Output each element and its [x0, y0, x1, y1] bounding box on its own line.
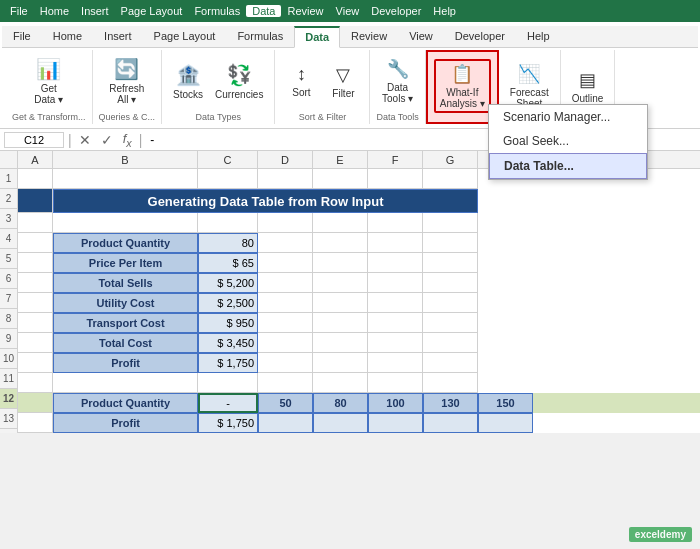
cell-12f-100[interactable]: 100 — [368, 393, 423, 413]
cell-7d[interactable] — [258, 293, 313, 313]
cell-4c-value[interactable]: 80 — [198, 233, 258, 253]
cell-11a[interactable] — [18, 373, 53, 393]
cell-6d[interactable] — [258, 273, 313, 293]
cell-13e[interactable] — [313, 413, 368, 433]
cell-12b-product-qty[interactable]: Product Quantity — [53, 393, 198, 413]
name-box[interactable] — [4, 132, 64, 148]
cancel-formula-button[interactable]: ✕ — [76, 132, 94, 148]
sort-button[interactable]: ↕ Sort — [281, 54, 321, 108]
cell-4d[interactable] — [258, 233, 313, 253]
cell-8f[interactable] — [368, 313, 423, 333]
cell-11b[interactable] — [53, 373, 198, 393]
tab-page-layout[interactable]: Page Layout — [143, 26, 227, 47]
menu-developer[interactable]: Developer — [365, 5, 427, 17]
menu-formulas[interactable]: Formulas — [188, 5, 246, 17]
cell-1g[interactable] — [423, 169, 478, 189]
menu-review[interactable]: Review — [281, 5, 329, 17]
get-data-button[interactable]: 📊 GetData ▾ — [29, 54, 69, 108]
menu-file[interactable]: File — [4, 5, 34, 17]
cell-2title[interactable]: Generating Data Table from Row Input — [53, 189, 478, 213]
tab-insert[interactable]: Insert — [93, 26, 143, 47]
cell-9a[interactable] — [18, 333, 53, 353]
menu-help[interactable]: Help — [427, 5, 462, 17]
cell-10c-value[interactable]: $ 1,750 — [198, 353, 258, 373]
cell-5e[interactable] — [313, 253, 368, 273]
cell-10b-label[interactable]: Profit — [53, 353, 198, 373]
cell-4f[interactable] — [368, 233, 423, 253]
menu-insert[interactable]: Insert — [75, 5, 115, 17]
cell-12d-50[interactable]: 50 — [258, 393, 313, 413]
cell-6g[interactable] — [423, 273, 478, 293]
data-tools-button[interactable]: 🔧 DataTools ▾ — [377, 54, 418, 108]
cell-5b-label[interactable]: Price Per Item — [53, 253, 198, 273]
cell-13d[interactable] — [258, 413, 313, 433]
cell-7g[interactable] — [423, 293, 478, 313]
tab-view[interactable]: View — [398, 26, 444, 47]
tab-file[interactable]: File — [2, 26, 42, 47]
cell-1d[interactable] — [258, 169, 313, 189]
cell-7c-value[interactable]: $ 2,500 — [198, 293, 258, 313]
scenario-manager-item[interactable]: Scenario Manager... — [489, 105, 647, 129]
cell-4g[interactable] — [423, 233, 478, 253]
cell-7f[interactable] — [368, 293, 423, 313]
tab-help[interactable]: Help — [516, 26, 561, 47]
cell-11f[interactable] — [368, 373, 423, 393]
cell-13a[interactable] — [18, 413, 53, 433]
cell-7a[interactable] — [18, 293, 53, 313]
cell-7b-label[interactable]: Utility Cost — [53, 293, 198, 313]
cell-1a[interactable] — [18, 169, 53, 189]
refresh-all-button[interactable]: 🔄 RefreshAll ▾ — [104, 54, 149, 108]
cell-6b-label[interactable]: Total Sells — [53, 273, 198, 293]
tab-developer[interactable]: Developer — [444, 26, 516, 47]
cell-8e[interactable] — [313, 313, 368, 333]
menu-view[interactable]: View — [330, 5, 366, 17]
tab-home[interactable]: Home — [42, 26, 93, 47]
cell-12e-80[interactable]: 80 — [313, 393, 368, 413]
tab-review[interactable]: Review — [340, 26, 398, 47]
data-table-item[interactable]: Data Table... — [489, 153, 647, 179]
cell-10e[interactable] — [313, 353, 368, 373]
cell-10d[interactable] — [258, 353, 313, 373]
cell-4b-label[interactable]: Product Quantity — [53, 233, 198, 253]
cell-1b[interactable] — [53, 169, 198, 189]
cell-5c-value[interactable]: $ 65 — [198, 253, 258, 273]
cell-3f[interactable] — [368, 213, 423, 233]
cell-3b[interactable] — [53, 213, 198, 233]
tab-formulas[interactable]: Formulas — [226, 26, 294, 47]
goal-seek-item[interactable]: Goal Seek... — [489, 129, 647, 153]
cell-9e[interactable] — [313, 333, 368, 353]
cell-8g[interactable] — [423, 313, 478, 333]
menu-home[interactable]: Home — [34, 5, 75, 17]
cell-4e[interactable] — [313, 233, 368, 253]
cell-13g[interactable] — [423, 413, 478, 433]
cell-12c-selected[interactable]: - — [198, 393, 258, 413]
menu-data[interactable]: Data — [246, 5, 281, 17]
cell-8c-value[interactable]: $ 950 — [198, 313, 258, 333]
insert-function-button[interactable]: fx — [120, 131, 135, 149]
tab-data[interactable]: Data — [294, 26, 340, 48]
cell-3a[interactable] — [18, 213, 53, 233]
confirm-formula-button[interactable]: ✓ — [98, 132, 116, 148]
cell-13b-profit[interactable]: Profit — [53, 413, 198, 433]
cell-1e[interactable] — [313, 169, 368, 189]
cell-11e[interactable] — [313, 373, 368, 393]
cell-10a[interactable] — [18, 353, 53, 373]
cell-10g[interactable] — [423, 353, 478, 373]
cell-9f[interactable] — [368, 333, 423, 353]
cell-5d[interactable] — [258, 253, 313, 273]
cell-3g[interactable] — [423, 213, 478, 233]
menu-page-layout[interactable]: Page Layout — [115, 5, 189, 17]
cell-13c-value[interactable]: $ 1,750 — [198, 413, 258, 433]
cell-9g[interactable] — [423, 333, 478, 353]
cell-3e[interactable] — [313, 213, 368, 233]
cell-11d[interactable] — [258, 373, 313, 393]
cell-12h-150[interactable]: 150 — [478, 393, 533, 413]
cell-6f[interactable] — [368, 273, 423, 293]
what-if-button[interactable]: 📋 What-IfAnalysis ▾ — [434, 59, 491, 113]
cell-1c[interactable] — [198, 169, 258, 189]
cell-13h[interactable] — [478, 413, 533, 433]
cell-8d[interactable] — [258, 313, 313, 333]
cell-4a[interactable] — [18, 233, 53, 253]
cell-6c-value[interactable]: $ 5,200 — [198, 273, 258, 293]
cell-8a[interactable] — [18, 313, 53, 333]
